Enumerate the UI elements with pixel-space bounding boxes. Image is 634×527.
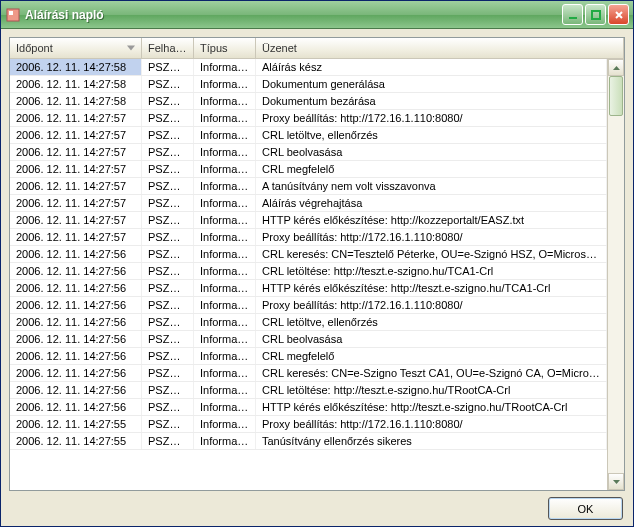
cell-time: 2006. 12. 11. 14:27:56 [10, 280, 142, 296]
cell-message: CRL megfelelő [256, 161, 607, 177]
cell-type: Information [194, 93, 256, 109]
table-row[interactable]: 2006. 12. 11. 14:27:56PSZAF...Informatio… [10, 348, 607, 365]
titlebar[interactable]: Aláírási napló [1, 1, 633, 29]
table-row[interactable]: 2006. 12. 11. 14:27:56PSZAF...Informatio… [10, 297, 607, 314]
cell-message: CRL letöltve, ellenőrzés [256, 127, 607, 143]
column-header-type[interactable]: Típus [194, 38, 256, 58]
cell-time: 2006. 12. 11. 14:27:56 [10, 399, 142, 415]
cell-user: PSZAF... [142, 212, 194, 228]
table-row[interactable]: 2006. 12. 11. 14:27:58PSZAF...Informatio… [10, 76, 607, 93]
cell-message: HTTP kérés előkészítése: http://teszt.e-… [256, 280, 607, 296]
table-row[interactable]: 2006. 12. 11. 14:27:57PSZAF...Informatio… [10, 195, 607, 212]
table-row[interactable]: 2006. 12. 11. 14:27:56PSZAF...Informatio… [10, 280, 607, 297]
cell-message: A tanúsítvány nem volt visszavonva [256, 178, 607, 194]
cell-type: Information [194, 416, 256, 432]
table-row[interactable]: 2006. 12. 11. 14:27:57PSZAF...Informatio… [10, 110, 607, 127]
close-button[interactable] [608, 4, 629, 25]
scroll-up-button[interactable] [608, 59, 624, 76]
cell-type: Information [194, 110, 256, 126]
cell-user: PSZAF... [142, 365, 194, 381]
cell-time: 2006. 12. 11. 14:27:56 [10, 365, 142, 381]
cell-message: CRL letöltve, ellenőrzés [256, 314, 607, 330]
table-row[interactable]: 2006. 12. 11. 14:27:57PSZAF...Informatio… [10, 178, 607, 195]
cell-time: 2006. 12. 11. 14:27:57 [10, 178, 142, 194]
cell-type: Information [194, 161, 256, 177]
minimize-button[interactable] [562, 4, 583, 25]
scroll-track[interactable] [608, 76, 624, 473]
table-row[interactable]: 2006. 12. 11. 14:27:56PSZAF...Informatio… [10, 365, 607, 382]
cell-type: Information [194, 433, 256, 449]
cell-message: Aláírás kész [256, 59, 607, 75]
ok-button[interactable]: OK [548, 497, 623, 520]
listview-header[interactable]: Időpont Felhaszn Típus Üzenet [10, 38, 624, 59]
table-row[interactable]: 2006. 12. 11. 14:27:56PSZAF...Informatio… [10, 314, 607, 331]
table-row[interactable]: 2006. 12. 11. 14:27:56PSZAF...Informatio… [10, 382, 607, 399]
table-row[interactable]: 2006. 12. 11. 14:27:56PSZAF...Informatio… [10, 399, 607, 416]
cell-type: Information [194, 127, 256, 143]
log-listview[interactable]: Időpont Felhaszn Típus Üzenet 2006. 12. … [9, 37, 625, 491]
vertical-scrollbar[interactable] [607, 59, 624, 490]
cell-type: Information [194, 382, 256, 398]
cell-type: Information [194, 178, 256, 194]
bottom-bar: OK [9, 491, 625, 520]
cell-user: PSZAF... [142, 161, 194, 177]
table-row[interactable]: 2006. 12. 11. 14:27:57PSZAF...Informatio… [10, 212, 607, 229]
cell-time: 2006. 12. 11. 14:27:57 [10, 127, 142, 143]
svg-rect-2 [569, 17, 577, 19]
table-row[interactable]: 2006. 12. 11. 14:27:57PSZAF...Informatio… [10, 161, 607, 178]
table-row[interactable]: 2006. 12. 11. 14:27:56PSZAF...Informatio… [10, 331, 607, 348]
cell-time: 2006. 12. 11. 14:27:58 [10, 76, 142, 92]
cell-time: 2006. 12. 11. 14:27:57 [10, 110, 142, 126]
scroll-down-button[interactable] [608, 473, 624, 490]
cell-message: Dokumentum generálása [256, 76, 607, 92]
cell-user: PSZAF... [142, 93, 194, 109]
scroll-thumb[interactable] [609, 76, 623, 116]
column-header-time[interactable]: Időpont [10, 38, 142, 58]
cell-time: 2006. 12. 11. 14:27:58 [10, 59, 142, 75]
cell-message: CRL beolvasása [256, 331, 607, 347]
cell-user: PSZAF... [142, 110, 194, 126]
cell-user: PSZAF... [142, 297, 194, 313]
cell-time: 2006. 12. 11. 14:27:56 [10, 246, 142, 262]
cell-type: Information [194, 348, 256, 364]
cell-time: 2006. 12. 11. 14:27:56 [10, 382, 142, 398]
cell-user: PSZAF... [142, 178, 194, 194]
table-row[interactable]: 2006. 12. 11. 14:27:55PSZAF...Informatio… [10, 416, 607, 433]
cell-message: Dokumentum bezárása [256, 93, 607, 109]
cell-user: PSZAF... [142, 246, 194, 262]
cell-type: Information [194, 59, 256, 75]
cell-time: 2006. 12. 11. 14:27:57 [10, 229, 142, 245]
cell-user: PSZAF... [142, 229, 194, 245]
table-row[interactable]: 2006. 12. 11. 14:27:58PSZAF...Informatio… [10, 59, 607, 76]
cell-user: PSZAF... [142, 144, 194, 160]
cell-user: PSZAF... [142, 127, 194, 143]
table-row[interactable]: 2006. 12. 11. 14:27:57PSZAF...Informatio… [10, 127, 607, 144]
cell-time: 2006. 12. 11. 14:27:56 [10, 297, 142, 313]
maximize-button[interactable] [585, 4, 606, 25]
cell-message: CRL keresés: CN=e-Szigno Teszt CA1, OU=e… [256, 365, 607, 381]
client-area: Időpont Felhaszn Típus Üzenet 2006. 12. … [1, 29, 633, 526]
cell-user: PSZAF... [142, 399, 194, 415]
cell-type: Information [194, 212, 256, 228]
cell-time: 2006. 12. 11. 14:27:56 [10, 314, 142, 330]
table-row[interactable]: 2006. 12. 11. 14:27:56PSZAF...Informatio… [10, 246, 607, 263]
listview-rows[interactable]: 2006. 12. 11. 14:27:58PSZAF...Informatio… [10, 59, 607, 490]
cell-type: Information [194, 399, 256, 415]
table-row[interactable]: 2006. 12. 11. 14:27:57PSZAF...Informatio… [10, 229, 607, 246]
cell-time: 2006. 12. 11. 14:27:57 [10, 195, 142, 211]
column-header-user[interactable]: Felhaszn [142, 38, 194, 58]
table-row[interactable]: 2006. 12. 11. 14:27:55PSZAF...Informatio… [10, 433, 607, 450]
cell-type: Information [194, 331, 256, 347]
table-row[interactable]: 2006. 12. 11. 14:27:58PSZAF...Informatio… [10, 93, 607, 110]
cell-user: PSZAF... [142, 76, 194, 92]
cell-time: 2006. 12. 11. 14:27:57 [10, 212, 142, 228]
cell-type: Information [194, 314, 256, 330]
column-header-message[interactable]: Üzenet [256, 38, 624, 58]
cell-message: HTTP kérés előkészítése: http://kozzepor… [256, 212, 607, 228]
table-row[interactable]: 2006. 12. 11. 14:27:57PSZAF...Informatio… [10, 144, 607, 161]
cell-user: PSZAF... [142, 59, 194, 75]
cell-message: CRL letöltése: http://teszt.e-szigno.hu/… [256, 263, 607, 279]
table-row[interactable]: 2006. 12. 11. 14:27:56PSZAF...Informatio… [10, 263, 607, 280]
cell-message: CRL megfelelő [256, 348, 607, 364]
cell-user: PSZAF... [142, 195, 194, 211]
